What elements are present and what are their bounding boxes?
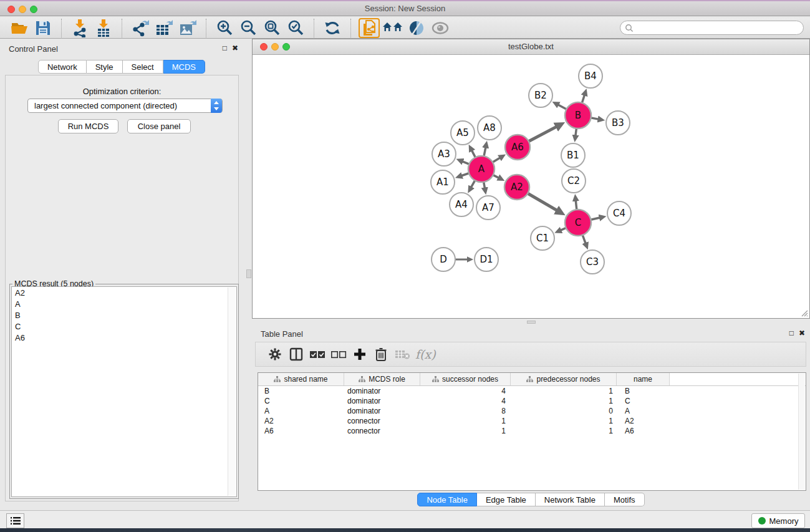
vertical-splitter-handle[interactable] xyxy=(246,269,251,278)
tab-edge-table[interactable]: Edge Table xyxy=(477,493,536,506)
table-cell: 4 xyxy=(420,397,511,405)
eye-icon[interactable] xyxy=(430,19,451,37)
delete-table-icon[interactable] xyxy=(392,344,413,364)
column-header-predecessor-nodes[interactable]: predecessor nodes xyxy=(511,373,617,385)
graph-node-C4[interactable]: C4 xyxy=(607,201,631,225)
graph-node-D1[interactable]: D1 xyxy=(475,248,498,271)
search-input[interactable] xyxy=(634,22,803,34)
graph-node-C[interactable]: C xyxy=(565,210,591,236)
deselect-all-icon[interactable] xyxy=(328,344,349,364)
table-row[interactable]: Bdominator41B xyxy=(258,386,806,396)
table-options-gear-icon[interactable] xyxy=(264,344,286,364)
graph-node-B[interactable]: B xyxy=(565,102,591,128)
svg-text:A3: A3 xyxy=(438,148,450,160)
graph-node-A[interactable]: A xyxy=(468,156,494,182)
tab-style[interactable]: Style xyxy=(87,60,123,74)
import-network-icon[interactable] xyxy=(69,19,90,37)
table-row[interactable]: Adominator80A xyxy=(258,406,806,416)
search-field[interactable] xyxy=(620,21,804,35)
new-network-from-selection-icon[interactable] xyxy=(359,18,380,38)
graph-node-A6[interactable]: A6 xyxy=(505,135,530,160)
memory-button[interactable]: Memory xyxy=(751,513,805,528)
refresh-icon[interactable] xyxy=(322,19,343,37)
graph-node-A2[interactable]: A2 xyxy=(504,175,529,200)
graph-node-A4[interactable]: A4 xyxy=(450,193,473,216)
mcds-result-list[interactable]: A2ABCA6 xyxy=(11,286,237,497)
table-row[interactable]: A2connector11A2 xyxy=(258,416,806,426)
column-header-mcds-role[interactable]: MCDS role xyxy=(344,373,420,385)
resize-grip-icon[interactable] xyxy=(799,308,808,317)
mcds-result-item[interactable]: A2 xyxy=(12,287,236,298)
show-column-icon[interactable] xyxy=(286,344,307,364)
network-close-button[interactable] xyxy=(260,43,268,51)
graph-node-B1[interactable]: B1 xyxy=(561,143,585,167)
tab-node-table[interactable]: Node Table xyxy=(417,493,477,506)
add-row-plus-icon[interactable] xyxy=(349,344,370,364)
float-panel-icon[interactable]: □ xyxy=(223,44,227,52)
graph-node-A1[interactable]: A1 xyxy=(431,170,455,194)
close-panel-button[interactable]: Close panel xyxy=(127,119,191,133)
select-all-icon[interactable] xyxy=(307,344,328,364)
graph-node-A8[interactable]: A8 xyxy=(478,116,501,140)
delete-row-trash-icon[interactable] xyxy=(370,344,392,364)
show-graphics-details-icon[interactable] xyxy=(406,19,427,37)
graph-node-C3[interactable]: C3 xyxy=(581,250,604,274)
run-mcds-button[interactable]: Run MCDS xyxy=(58,119,118,133)
criterion-dropdown[interactable]: largest connected component (directed) xyxy=(27,99,223,113)
export-network-icon[interactable] xyxy=(130,19,151,37)
mcds-result-item[interactable]: C xyxy=(12,321,236,332)
function-builder-icon[interactable]: f(x) xyxy=(415,347,436,361)
table-row[interactable]: Cdominator41C xyxy=(258,396,806,406)
tab-network-table[interactable]: Network Table xyxy=(536,493,605,506)
zoom-selected-icon[interactable] xyxy=(285,19,306,37)
graph-node-B3[interactable]: B3 xyxy=(606,111,630,135)
tab-select[interactable]: Select xyxy=(123,60,163,74)
mcds-result-item[interactable]: A6 xyxy=(12,332,236,343)
mcds-result-item[interactable]: A xyxy=(12,298,236,309)
table-scrollbar[interactable] xyxy=(798,374,805,490)
column-header-shared-name[interactable]: shared name xyxy=(258,373,344,385)
column-header-successor-nodes[interactable]: successor nodes xyxy=(420,373,511,385)
import-table-icon[interactable] xyxy=(93,19,114,37)
mcds-result-item[interactable]: B xyxy=(12,309,236,321)
graph-node-A7[interactable]: A7 xyxy=(476,196,500,220)
network-minimize-button[interactable] xyxy=(271,43,279,51)
tab-network[interactable]: Network xyxy=(38,60,87,74)
svg-text:C: C xyxy=(575,217,581,228)
close-window-button[interactable] xyxy=(7,6,15,13)
graph-node-A3[interactable]: A3 xyxy=(432,142,456,166)
graph-node-B2[interactable]: B2 xyxy=(529,84,552,107)
graph-node-C2[interactable]: C2 xyxy=(562,169,586,193)
zoom-out-icon[interactable] xyxy=(238,19,259,37)
column-header-name[interactable]: name xyxy=(617,373,670,385)
close-table-panel-icon[interactable]: ✖ xyxy=(799,329,805,337)
close-panel-icon[interactable]: ✖ xyxy=(232,44,238,52)
network-window-titlebar[interactable]: testGlobe.txt xyxy=(253,39,809,55)
mcds-list-scrollbar[interactable] xyxy=(228,288,236,496)
graph-node-A5[interactable]: A5 xyxy=(451,121,475,145)
svg-text:A5: A5 xyxy=(456,127,469,138)
export-image-icon[interactable] xyxy=(177,19,198,37)
tab-motifs[interactable]: Motifs xyxy=(605,493,645,506)
zoom-window-button[interactable] xyxy=(30,6,37,13)
graph-node-D[interactable]: D xyxy=(432,248,455,271)
node-table[interactable]: shared nameMCDS rolesuccessor nodesprede… xyxy=(258,372,806,491)
zoom-fit-icon[interactable] xyxy=(261,19,282,37)
zoom-in-icon[interactable] xyxy=(214,19,235,37)
first-neighbors-icon[interactable] xyxy=(382,19,403,37)
float-table-panel-icon[interactable]: □ xyxy=(789,329,794,337)
save-session-icon[interactable] xyxy=(32,19,54,37)
graph-node-B4[interactable]: B4 xyxy=(579,64,602,88)
task-history-button[interactable] xyxy=(6,513,24,528)
toolbar-separator xyxy=(122,19,122,37)
tab-mcds[interactable]: MCDS xyxy=(163,60,205,74)
horizontal-splitter-handle[interactable] xyxy=(527,321,536,324)
table-row[interactable]: A6connector11A6 xyxy=(258,426,806,436)
network-canvas[interactable]: AA6A2BCA5A8A3A1A4A7B2B4B3B1C2C4C1C3DD1 xyxy=(253,55,809,318)
minimize-window-button[interactable] xyxy=(19,6,26,13)
graph-node-C1[interactable]: C1 xyxy=(531,226,554,250)
network-zoom-button[interactable] xyxy=(282,43,290,51)
open-session-icon[interactable] xyxy=(9,19,30,37)
export-table-icon[interactable] xyxy=(153,19,175,37)
table-cell: A6 xyxy=(617,427,670,435)
